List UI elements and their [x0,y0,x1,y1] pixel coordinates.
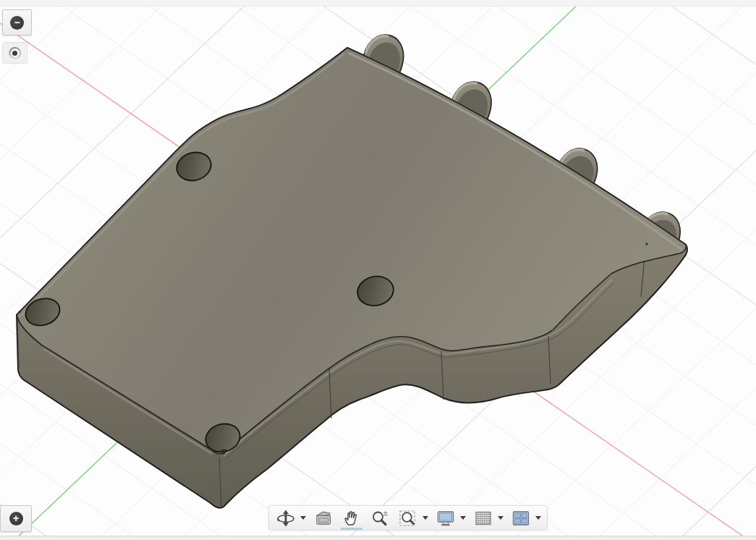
origin-icon-ring [11,48,20,57]
zoom-magnifier-icon: ± [370,509,389,528]
cad-viewport: − + [0,0,756,540]
origin-icon [9,47,21,59]
pan-tool-button[interactable] [341,506,362,530]
pan-tool-group [341,506,362,530]
chevron-down-icon[interactable] [300,516,306,520]
origin-icon-dot [12,51,17,56]
viewports-icon [511,509,530,528]
chevron-down-icon[interactable] [498,516,504,520]
zoom-out-glyph: − [14,16,20,30]
zoom-out-button[interactable]: − [2,9,32,35]
plus-icon: + [9,512,23,526]
viewports-tool-button[interactable] [510,506,532,530]
navigation-toolbar: ± [268,505,548,531]
chevron-down-icon[interactable] [422,516,428,520]
display-settings-icon [436,509,455,528]
zoom-in-glyph: + [13,512,19,526]
look-at-tool-group [313,506,334,530]
orbit-tool-button[interactable] [275,506,297,530]
display-settings-tool-button[interactable] [435,506,456,530]
zoom-tool-group: ± [369,506,391,530]
timeline-edge-strip [0,536,756,540]
fit-tool-group [397,506,428,530]
zoom-tool-button[interactable]: ± [369,506,391,530]
display-settings-tool-group [435,506,466,530]
look-at-icon [314,509,333,528]
chevron-down-icon[interactable] [460,516,466,520]
svg-text:±: ± [383,509,388,516]
top-edge-strip [0,0,756,7]
orbit-icon [276,509,295,528]
look-at-tool-button[interactable] [313,506,334,530]
orbit-tool-group [275,506,306,530]
chevron-down-icon[interactable] [535,516,541,520]
viewports-tool-group [510,506,541,530]
grid-icon [474,509,493,528]
grid-snaps-tool-button[interactable] [472,506,494,530]
minus-icon: − [10,16,24,30]
fit-tool-button[interactable] [397,506,419,530]
zoom-window-icon [399,509,417,528]
pan-hand-icon [342,509,361,528]
origin-indicator-button[interactable] [2,42,27,64]
zoom-in-button[interactable]: + [0,505,32,532]
model-canvas[interactable] [0,0,756,540]
grid-snaps-tool-group [472,506,504,530]
